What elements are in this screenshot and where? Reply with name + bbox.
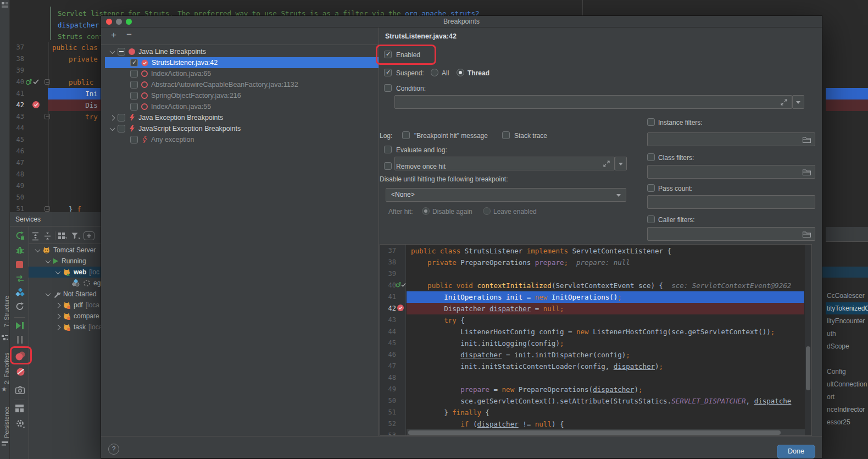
list-item[interactable]: ultConnection: [827, 378, 868, 390]
expand-all-icon[interactable]: [31, 232, 40, 241]
tree-row-any-exception[interactable]: Any exception: [105, 134, 379, 145]
settings-gear-icon[interactable]: [15, 419, 26, 429]
structure-icon[interactable]: [2, 334, 8, 341]
remove-breakpoint-button[interactable]: −: [124, 30, 134, 40]
dialog-titlebar[interactable]: Breakpoints: [101, 16, 822, 27]
preview-vscrollbar[interactable]: [805, 245, 811, 435]
breakpoint-verified-icon[interactable]: [32, 101, 40, 109]
code-preview[interactable]: 37public class StrutsListener implements…: [380, 244, 812, 436]
folder-icon[interactable]: [803, 137, 811, 143]
tree-group-java-exception[interactable]: Java Exception Breakpoints: [105, 112, 379, 123]
camera-icon[interactable]: [15, 386, 25, 394]
stripe-favorites-button[interactable]: 2: Favorites: [0, 352, 10, 385]
enabled-checkbox[interactable]: [384, 51, 392, 58]
breakpoint-checkbox[interactable]: [130, 103, 138, 110]
suspend-checkbox[interactable]: [384, 69, 392, 76]
fold-marker[interactable]: –: [44, 79, 50, 85]
collapse-all-icon[interactable]: [43, 232, 52, 241]
list-item[interactable]: Config: [827, 366, 868, 378]
add-breakpoint-button[interactable]: +: [109, 30, 119, 40]
expand-field-icon[interactable]: [781, 99, 787, 106]
remove-once-checkbox[interactable]: [384, 162, 392, 170]
stripe-persistence-button[interactable]: Persistence: [0, 405, 10, 439]
evaluate-history-dropdown[interactable]: [615, 157, 627, 170]
evaluate-log-checkbox[interactable]: [384, 146, 392, 153]
breakpoint-checkbox[interactable]: [130, 136, 138, 143]
overridden-method-icon[interactable]: [25, 78, 32, 86]
tree-row-springobjectfactory[interactable]: SpringObjectFactory.java:216: [105, 90, 379, 101]
restart-server-icon[interactable]: [15, 274, 25, 283]
instance-filters-checkbox[interactable]: [647, 118, 655, 126]
fold-marker[interactable]: –: [44, 206, 50, 212]
debug-icon[interactable]: [15, 246, 25, 255]
instance-filters-input[interactable]: [647, 132, 815, 146]
chevron-down-icon[interactable]: [110, 125, 115, 131]
hscrollbar-thumb[interactable]: [408, 430, 781, 435]
group-by-icon[interactable]: [58, 233, 67, 240]
leave-enabled-radio[interactable]: [483, 207, 491, 215]
condition-input[interactable]: [394, 95, 792, 109]
chevron-down-icon[interactable]: [55, 269, 61, 274]
mute-breakpoints-icon[interactable]: [16, 367, 25, 377]
tree-row-strutslistener-selected[interactable]: StrutsListener.java:42: [105, 57, 379, 68]
resume-icon[interactable]: [15, 322, 25, 330]
list-item[interactable]: dScope: [827, 340, 868, 352]
group-checkbox[interactable]: [118, 48, 125, 56]
stack-trace-checkbox[interactable]: [502, 131, 510, 139]
overridden-method-icon[interactable]: [396, 281, 401, 288]
chevron-down-icon[interactable]: [35, 247, 41, 252]
chevron-right-icon[interactable]: [110, 115, 115, 120]
list-item[interactable]: nceIndirector: [827, 403, 868, 416]
group-checkbox[interactable]: [118, 125, 125, 132]
breakpoint-checkbox[interactable]: [130, 81, 138, 89]
favorites-star-icon[interactable]: ★: [1, 385, 9, 393]
tool-window-icon[interactable]: [2, 2, 8, 8]
pass-count-input[interactable]: [647, 195, 815, 209]
stripe-structure-button[interactable]: 7: Structure: [0, 290, 10, 334]
disable-until-combo[interactable]: <None>: [386, 188, 626, 202]
tree-row-indexaction-55[interactable]: IndexAction.java:55: [105, 101, 379, 112]
folder-icon[interactable]: [803, 231, 811, 237]
disable-again-radio[interactable]: [422, 207, 430, 215]
refresh-icon[interactable]: [15, 302, 25, 311]
chevron-right-icon[interactable]: [55, 324, 61, 330]
class-filters-checkbox[interactable]: [647, 153, 655, 161]
layout-icon[interactable]: [15, 405, 24, 413]
test-passed-check-icon[interactable]: [401, 283, 406, 287]
add-service-button[interactable]: [84, 231, 94, 240]
breakpoint-checkbox[interactable]: [130, 70, 138, 78]
help-button[interactable]: ?: [108, 444, 119, 455]
persistence-icon[interactable]: [2, 440, 8, 447]
tree-row-abstractautowire[interactable]: AbstractAutowireCapableBeanFactory.java:…: [105, 79, 379, 90]
list-item[interactable]: ort: [827, 391, 868, 403]
breakpoint-verified-icon[interactable]: [397, 304, 404, 312]
tree-group-javascript-exception[interactable]: JavaScript Exception Breakpoints: [105, 123, 379, 134]
tree-row-indexaction-65[interactable]: IndexAction.java:65: [105, 68, 379, 79]
preview-hscrollbar[interactable]: [407, 429, 805, 436]
deploy-icon[interactable]: [15, 288, 25, 297]
stop-icon[interactable]: [16, 261, 23, 268]
suspend-thread-radio[interactable]: [457, 69, 464, 76]
caller-filters-input[interactable]: [647, 227, 815, 241]
expand-field-icon[interactable]: [603, 161, 610, 167]
folder-icon[interactable]: [803, 169, 811, 175]
chevron-down-icon[interactable]: [46, 258, 51, 263]
filter-icon[interactable]: [71, 233, 80, 240]
tree-group-java-line-breakpoints[interactable]: Java Line Breakpoints: [105, 46, 379, 57]
chevron-right-icon[interactable]: [55, 302, 61, 308]
list-item[interactable]: essor25: [827, 416, 868, 428]
rerun-icon[interactable]: [15, 231, 25, 240]
pause-icon[interactable]: [16, 336, 24, 344]
condition-checkbox[interactable]: [384, 84, 392, 92]
vscrollbar-thumb[interactable]: [806, 346, 810, 390]
breakpoint-checkbox[interactable]: [130, 92, 138, 99]
chevron-down-icon[interactable]: [110, 48, 115, 54]
done-button[interactable]: Done: [777, 445, 815, 458]
suspend-all-radio[interactable]: [431, 69, 438, 76]
pass-count-checkbox[interactable]: [647, 184, 655, 192]
group-checkbox[interactable]: [118, 114, 125, 121]
breakpoint-checkbox[interactable]: [130, 59, 138, 67]
test-passed-check-icon[interactable]: [33, 79, 39, 85]
class-filters-input[interactable]: [647, 165, 815, 179]
fold-marker[interactable]: –: [44, 114, 50, 119]
